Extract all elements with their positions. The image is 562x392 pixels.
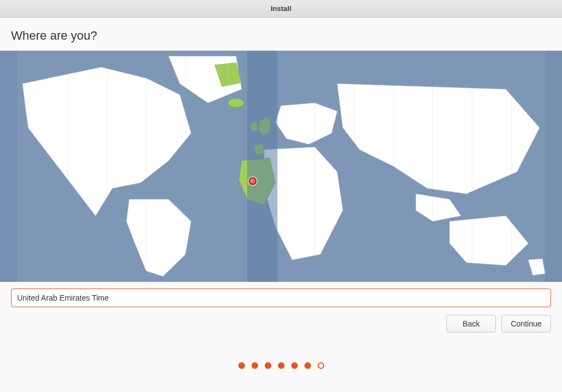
progress-dot [318, 362, 324, 369]
nav-buttons: Back Continue [0, 307, 562, 333]
back-button[interactable]: Back [446, 315, 496, 333]
page-header: Where are you? [0, 18, 562, 51]
tz-band-decor [545, 51, 562, 282]
timezone-input[interactable] [11, 288, 551, 307]
progress-dot [252, 362, 258, 369]
progress-dot [265, 362, 271, 369]
timezone-map[interactable] [0, 51, 562, 282]
progress-dot [291, 362, 298, 369]
page-title: Where are you? [11, 29, 551, 43]
map-marker-icon [249, 177, 257, 185]
progress-dot [278, 362, 285, 369]
progress-dot [238, 362, 245, 369]
svg-point-0 [228, 99, 244, 107]
window-titlebar: Install [0, 0, 562, 18]
controls-row [0, 282, 562, 307]
tz-band-decor [0, 51, 17, 282]
window-title: Install [271, 4, 292, 13]
progress-dots [0, 362, 562, 369]
world-map-svg [0, 51, 562, 282]
tz-band-selected [247, 51, 277, 282]
continue-button[interactable]: Continue [501, 315, 551, 333]
progress-dot [304, 362, 311, 369]
